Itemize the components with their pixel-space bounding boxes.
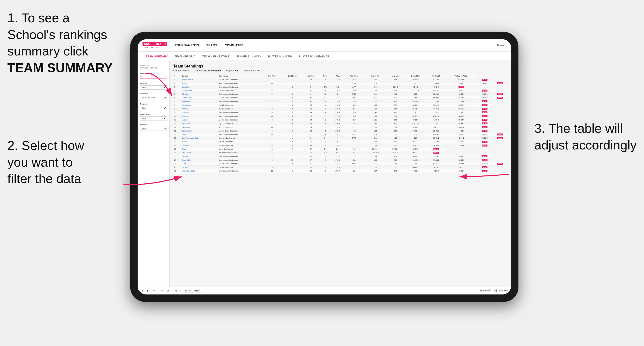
cell-stat: 4-21-0	[426, 169, 446, 173]
cell-stat: 14-21-0	[426, 107, 446, 111]
cell-school[interactable]: Auburn	[181, 81, 218, 85]
toolbar-reload[interactable]: ↻	[152, 289, 156, 293]
cell-school[interactable]: Washington	[181, 103, 218, 107]
instruction-1-text: 1. To see a School's rankings summary cl…	[7, 11, 107, 58]
cell-school[interactable]: Tennessee	[181, 100, 218, 103]
cell-stat: 30-4-0	[446, 81, 477, 85]
toolbar-right: 👁 Watch ▾ ⊞ ↗ Share	[480, 289, 508, 292]
cell-school[interactable]: Arizona	[181, 107, 218, 111]
cell-school[interactable]: Oklahoma	[181, 125, 218, 129]
cell-stat: 2	[282, 85, 303, 89]
cell-stat: 1	[282, 81, 303, 85]
cell-stat: 8	[282, 144, 303, 147]
cell-school[interactable]: Georgia	[181, 155, 218, 158]
cell-stat: —	[262, 89, 282, 93]
toolbar-back[interactable]: ◀	[140, 289, 144, 293]
cell-stat: 85.58	[477, 89, 492, 93]
cell-stat: 276.3	[332, 118, 344, 122]
cell-school[interactable]: Alabama	[181, 111, 218, 114]
tab-team-h2h-grid[interactable]: TEAM H2H GRID	[171, 54, 199, 60]
sidebar-region-select[interactable]: N/A	[140, 106, 167, 110]
cell-school[interactable]: East Tennessee State	[181, 136, 218, 140]
cell-stat: 44-24-1	[446, 129, 477, 133]
sidebar-school-select[interactable]: (All)	[140, 127, 167, 131]
tab-player-summary[interactable]: PLAYER SUMMARY	[233, 54, 265, 60]
cell-school[interactable]: Ole Miss	[181, 92, 218, 96]
cell-school[interactable]: New Mexico	[181, 151, 218, 155]
cell-stat: 23-11-0	[426, 114, 446, 118]
nav-teams[interactable]: TEAMS	[206, 43, 218, 48]
cell-conference: Southeastern Conference	[218, 169, 262, 173]
table-row: 11ArkansasSoutheastern Conference—423227…	[173, 114, 508, 118]
toolbar-grid[interactable]: ⊞	[166, 289, 170, 293]
nav-tournaments[interactable]: TOURNAMENTS	[175, 43, 199, 48]
watch-button[interactable]: 👁 Watch ▾	[480, 289, 491, 292]
cell-stat: 23-23-1	[426, 129, 446, 133]
sidebar-division[interactable]: Division NCAA Division I	[140, 93, 167, 100]
view-original-button[interactable]: ◉ View: Original	[183, 289, 202, 293]
cell-school[interactable]: North Carolina	[181, 78, 218, 82]
cell-stat: 80.98	[492, 162, 508, 166]
sidebar-region[interactable]: Region N/A	[140, 103, 167, 110]
sign-out[interactable]: Sign out	[496, 44, 506, 47]
cell-conference: Big Ten Conference	[218, 140, 262, 144]
cell-rank: 22	[173, 155, 181, 158]
cell-school[interactable]: Vanderbilt	[181, 85, 218, 89]
cell-rank: 3	[173, 85, 181, 89]
cell-stat: 209	[386, 125, 405, 129]
cell-stat: 12-14-1	[446, 92, 477, 96]
cell-stat: 278.2	[332, 144, 344, 147]
sidebar-conference[interactable]: Conference (All)	[140, 113, 167, 121]
sidebar-division-select[interactable]: NCAA Division I	[140, 96, 167, 100]
cell-school[interactable]: Duke	[181, 162, 218, 166]
table-title: Team Standings	[173, 64, 508, 68]
sidebar-gender[interactable]: Gender Men's	[140, 82, 167, 90]
cell-school[interactable]: Texas Tech	[181, 122, 218, 125]
cell-school[interactable]: Illinois	[181, 140, 218, 144]
cell-stat: 203	[364, 85, 386, 89]
cell-rank: 12	[173, 118, 181, 122]
cell-rank: 18	[173, 140, 181, 144]
tab-player-h2h-grid[interactable]: PLAYER H2H GRID	[265, 54, 296, 60]
cell-stat: 95-29-2	[426, 96, 446, 100]
cell-stat: 1	[319, 118, 332, 122]
toolbar-forward[interactable]: ▶	[146, 289, 150, 293]
tab-team-h2h-heatmap[interactable]: TEAM H2H HEATMAP	[199, 54, 233, 60]
instruction-3-line2: adjust accordingly	[534, 138, 637, 152]
cell-stat: 1.63	[386, 133, 405, 137]
cell-school[interactable]: Mississippi State	[181, 169, 218, 173]
cell-rank: 25	[173, 166, 181, 169]
cell-school[interactable]: Oregon	[181, 166, 218, 169]
cell-school[interactable]: California	[181, 144, 218, 147]
nav-committee[interactable]: COMMITTEE	[225, 43, 244, 48]
tab-team-summary[interactable]: TEAM SUMMARY	[142, 54, 171, 60]
grid-button[interactable]: ⊞	[494, 289, 496, 292]
cell-stat: 10-23-0	[446, 162, 477, 166]
cell-stat: -3.1	[344, 166, 364, 169]
share-button[interactable]: ↗ Share	[500, 289, 508, 292]
sidebar-gender-select[interactable]: Men's	[140, 85, 167, 90]
cell-school[interactable]: Arizona State	[181, 89, 218, 93]
cell-school[interactable]: Texas	[181, 147, 218, 151]
cell-school[interactable]: Texas A&M	[181, 158, 218, 162]
cell-stat: 3	[319, 111, 332, 114]
toolbar-copy[interactable]: ⧉	[160, 289, 164, 293]
cell-conference: Big 12 Conference	[218, 122, 262, 125]
cell-stat: 265	[386, 129, 405, 133]
cell-school[interactable]: Georgia Tech	[181, 129, 218, 133]
cell-school[interactable]: Florida	[181, 133, 218, 137]
cell-stat: 18	[319, 92, 332, 96]
tab-player-h2h-heatmap[interactable]: PLAYER H2H HEATMAP	[296, 54, 333, 60]
cell-stat: 1.30	[364, 158, 386, 162]
cell-rank: 9	[173, 107, 181, 111]
cell-school[interactable]: Virginia	[181, 118, 218, 122]
sidebar-school[interactable]: School (All)	[140, 123, 167, 131]
cell-stat: 3.01	[364, 118, 386, 122]
sidebar-conference-select[interactable]: (All)	[140, 116, 167, 121]
cell-stat: -6.0	[344, 89, 364, 93]
cell-stat: 61-21-0	[405, 100, 426, 103]
cell-school[interactable]: Arkansas	[181, 114, 218, 118]
cell-conference: Atlantic Coast Conference	[218, 129, 262, 133]
cell-school[interactable]: Florida State	[181, 96, 218, 100]
toolbar-clock[interactable]: ⊙	[174, 289, 178, 293]
